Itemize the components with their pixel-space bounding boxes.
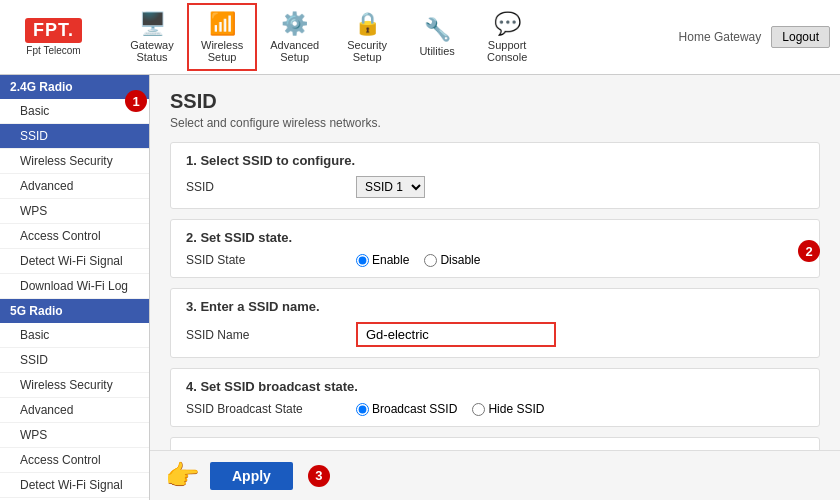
ssid-name-row: SSID Name <box>186 322 804 347</box>
sidebar-item-basic-5g[interactable]: Basic <box>0 323 149 348</box>
nav-bar: 🖥️ GatewayStatus 📶 WirelessSetup ⚙️ Adva… <box>117 3 679 71</box>
broadcast-ssid-label[interactable]: Broadcast SSID <box>356 402 457 416</box>
ssid-state-enable-label[interactable]: Enable <box>356 253 409 267</box>
hide-ssid-label[interactable]: Hide SSID <box>472 402 544 416</box>
section-ssid-state: 2. Set SSID state. SSID State Enable Dis… <box>170 219 820 278</box>
fpt-logo: FPT. <box>25 18 82 43</box>
sidebar-item-access-control-5g[interactable]: Access Control <box>0 448 149 473</box>
apply-button[interactable]: Apply <box>210 462 293 490</box>
page-subtitle: Select and configure wireless networks. <box>170 116 820 130</box>
ssid-state-row: SSID State Enable Disable <box>186 253 804 267</box>
nav-security-setup-label: SecuritySetup <box>347 39 387 63</box>
badge-3: 3 <box>308 465 330 487</box>
sidebar-item-advanced-2g[interactable]: Advanced <box>0 174 149 199</box>
ssid-select-row: SSID SSID 1 <box>186 176 804 198</box>
gateway-status-icon: 🖥️ <box>139 11 166 37</box>
ssid-select[interactable]: SSID 1 <box>356 176 425 198</box>
security-setup-icon: 🔒 <box>354 11 381 37</box>
nav-utilities-label: Utilities <box>419 45 454 57</box>
ssid-state-enable-radio[interactable] <box>356 254 369 267</box>
section-ssid-name: 3. Enter a SSID name. SSID Name <box>170 288 820 358</box>
page-title: SSID <box>170 90 820 113</box>
sidebar-item-detect-wifi-2g[interactable]: Detect Wi-Fi Signal <box>0 249 149 274</box>
ssid-state-label: SSID State <box>186 253 346 267</box>
ssid-name-input[interactable] <box>356 322 556 347</box>
broadcast-ssid-radio[interactable] <box>356 403 369 416</box>
footer-area: 👉 Apply 3 <box>150 450 840 500</box>
hide-ssid-radio[interactable] <box>472 403 485 416</box>
section-3-title: 3. Enter a SSID name. <box>186 299 804 314</box>
ssid-state-disable-label[interactable]: Disable <box>424 253 480 267</box>
sidebar-item-wps-2g[interactable]: WPS <box>0 199 149 224</box>
ssid-name-label: SSID Name <box>186 328 346 342</box>
section-wmm-state: 5. Set WMM state. WMM Enable Disable <box>170 437 820 450</box>
ssid-state-disable-radio[interactable] <box>424 254 437 267</box>
section-5-title: 5. Set WMM state. <box>186 448 804 450</box>
nav-support-console-label: SupportConsole <box>487 39 527 63</box>
content-wrapper: 2 SSID Select and configure wireless net… <box>150 75 840 500</box>
badge-1: 1 <box>125 90 147 112</box>
sidebar-item-download-wifi-log-2g[interactable]: Download Wi-Fi Log <box>0 274 149 299</box>
sidebar-item-wireless-security-2g[interactable]: Wireless Security <box>0 149 149 174</box>
logo-area: FPT. Fpt Telecom <box>10 13 97 61</box>
section-broadcast-state: 4. Set SSID broadcast state. SSID Broadc… <box>170 368 820 427</box>
logo-subtitle: Fpt Telecom <box>26 45 80 56</box>
nav-advanced-setup-label: AdvancedSetup <box>270 39 319 63</box>
nav-gateway-status-label: GatewayStatus <box>130 39 173 63</box>
nav-security-setup[interactable]: 🔒 SecuritySetup <box>332 4 402 70</box>
wireless-setup-icon: 📶 <box>209 11 236 37</box>
header-right: Home Gateway Logout <box>679 26 830 48</box>
nav-support-console[interactable]: 💬 SupportConsole <box>472 4 542 70</box>
section-1-title: 1. Select SSID to configure. <box>186 153 804 168</box>
advanced-setup-icon: ⚙️ <box>281 11 308 37</box>
utilities-icon: 🔧 <box>424 17 451 43</box>
nav-wireless-setup-label: WirelessSetup <box>201 39 243 63</box>
broadcast-state-row: SSID Broadcast State Broadcast SSID Hide… <box>186 402 804 416</box>
main-layout: 1 2.4G Radio Basic SSID Wireless Securit… <box>0 75 840 500</box>
broadcast-state-radios: Broadcast SSID Hide SSID <box>356 402 544 416</box>
ssid-select-control[interactable]: SSID 1 <box>356 176 425 198</box>
badge-2: 2 <box>798 240 820 262</box>
section-4-title: 4. Set SSID broadcast state. <box>186 379 804 394</box>
section-select-ssid: 1. Select SSID to configure. SSID SSID 1 <box>170 142 820 209</box>
header: FPT. Fpt Telecom 🖥️ GatewayStatus 📶 Wire… <box>0 0 840 75</box>
sidebar: 2.4G Radio Basic SSID Wireless Security … <box>0 75 150 500</box>
sidebar-item-detect-wifi-5g[interactable]: Detect Wi-Fi Signal <box>0 473 149 498</box>
broadcast-state-label: SSID Broadcast State <box>186 402 346 416</box>
nav-gateway-status[interactable]: 🖥️ GatewayStatus <box>117 4 187 70</box>
nav-wireless-setup[interactable]: 📶 WirelessSetup <box>187 3 257 71</box>
sidebar-item-wps-5g[interactable]: WPS <box>0 423 149 448</box>
sidebar-item-ssid-5g[interactable]: SSID <box>0 348 149 373</box>
logout-button[interactable]: Logout <box>771 26 830 48</box>
ssid-select-label: SSID <box>186 180 346 194</box>
ssid-state-radios: Enable Disable <box>356 253 480 267</box>
sidebar-item-wireless-security-5g[interactable]: Wireless Security <box>0 373 149 398</box>
nav-utilities[interactable]: 🔧 Utilities <box>402 10 472 64</box>
sidebar-item-ssid-2g[interactable]: SSID <box>0 124 149 149</box>
hand-pointer-icon: 👉 <box>165 459 200 492</box>
sidebar-item-advanced-5g[interactable]: Advanced <box>0 398 149 423</box>
support-console-icon: 💬 <box>494 11 521 37</box>
nav-advanced-setup[interactable]: ⚙️ AdvancedSetup <box>257 4 332 70</box>
sidebar-item-access-control-2g[interactable]: Access Control <box>0 224 149 249</box>
radio-5g-title: 5G Radio <box>0 299 149 323</box>
home-gateway-label: Home Gateway <box>679 30 762 44</box>
section-2-title: 2. Set SSID state. <box>186 230 804 245</box>
content-area: 2 SSID Select and configure wireless net… <box>150 75 840 450</box>
